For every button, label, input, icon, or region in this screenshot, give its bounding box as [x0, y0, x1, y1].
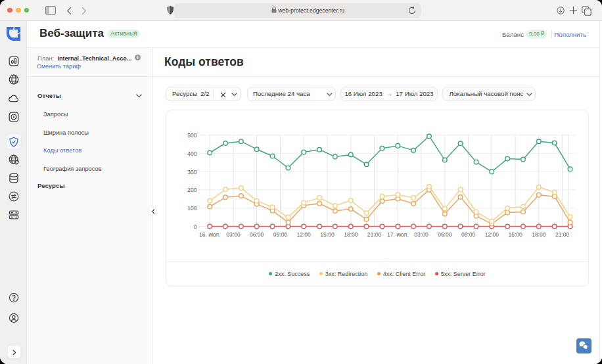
svg-text:17. июл.: 17. июл. — [387, 231, 408, 238]
svg-text:400: 400 — [187, 150, 197, 157]
svg-text:15:00: 15:00 — [508, 231, 522, 238]
svg-text:500: 500 — [187, 132, 197, 139]
svg-text:12:00: 12:00 — [297, 231, 312, 238]
svg-text:09:00: 09:00 — [273, 231, 288, 238]
svg-text:21:00: 21:00 — [555, 231, 570, 238]
svg-text:300: 300 — [187, 169, 197, 175]
svg-text:18:00: 18:00 — [532, 231, 546, 238]
svg-text:200: 200 — [187, 187, 197, 193]
svg-text:16. июл.: 16. июл. — [199, 231, 220, 238]
svg-text:0: 0 — [194, 223, 197, 230]
svg-text:09:00: 09:00 — [461, 231, 476, 238]
svg-text:100: 100 — [187, 205, 197, 212]
svg-text:06:00: 06:00 — [250, 231, 264, 238]
svg-text:12:00: 12:00 — [485, 231, 499, 238]
svg-text:21:00: 21:00 — [367, 231, 382, 238]
svg-text:03:00: 03:00 — [226, 231, 241, 238]
svg-text:06:00: 06:00 — [438, 231, 452, 238]
svg-text:03:00: 03:00 — [414, 231, 428, 238]
svg-text:18:00: 18:00 — [344, 231, 358, 238]
svg-text:15:00: 15:00 — [320, 231, 335, 238]
